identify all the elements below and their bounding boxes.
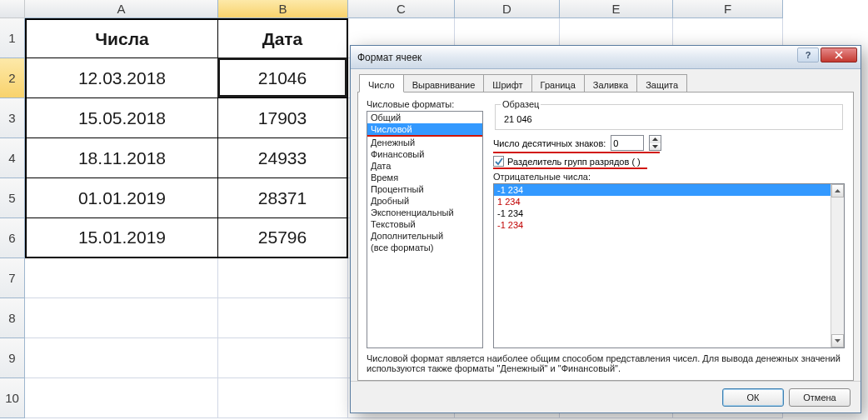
category-item[interactable]: Текстовый [367,218,482,230]
row-header-10[interactable]: 10 [0,378,25,418]
help-button[interactable]: ? [797,48,819,62]
cell-B6[interactable]: 25796 [218,218,348,258]
cell-A1[interactable]: Числа [25,18,218,58]
row-header-4[interactable]: 4 [0,138,25,178]
cell-B8[interactable] [218,298,348,338]
negative-item[interactable]: -1 234 [494,219,844,231]
format-cells-dialog: Формат ячеек ? ЧислоВыравниваниеШрифтГра… [350,45,861,413]
col-header-B[interactable]: B [218,0,348,18]
negative-numbers-label: Отрицательные числа: [493,172,845,182]
format-description: Числовой формат является наиболее общим … [367,348,845,373]
categories-list[interactable]: ОбщийЧисловойДенежныйФинансовыйДатаВремя… [367,111,483,348]
category-item[interactable]: Числовой [367,123,482,137]
cell-B7[interactable] [218,258,348,298]
tab-1[interactable]: Выравнивание [403,74,485,92]
cell-B4[interactable]: 24933 [218,138,348,178]
thousands-separator-checkbox[interactable] [493,156,504,167]
tab-2[interactable]: Шрифт [483,74,531,92]
tab-3[interactable]: Граница [531,74,585,92]
col-header-A[interactable]: A [25,0,218,18]
cancel-button[interactable]: Отмена [789,388,851,407]
negative-item[interactable]: 1 234 [494,196,844,208]
ok-button[interactable]: ОК [722,388,784,407]
category-item[interactable]: Денежный [367,137,482,148]
decimal-label: Число десятичных знаков: [493,138,606,148]
dialog-title: Формат ячеек [357,52,422,63]
cell-B9[interactable] [218,338,348,378]
negative-numbers-list[interactable]: -1 2341 234-1 234-1 234 [493,183,845,348]
spinner-down-icon[interactable] [650,143,661,151]
category-item[interactable]: Дробный [367,195,482,207]
decimal-places-input[interactable] [611,135,644,151]
scroll-down-icon[interactable] [831,334,844,348]
scrollbar[interactable] [831,184,844,348]
col-header-F[interactable]: F [673,0,783,18]
cell-A8[interactable] [25,298,218,338]
col-header-E[interactable]: E [560,0,673,18]
tab-5[interactable]: Защита [636,74,687,92]
decimal-spinner[interactable] [649,135,661,151]
negative-item[interactable]: -1 234 [494,208,844,219]
tab-4[interactable]: Заливка [584,74,637,92]
cell-B10[interactable] [218,378,348,418]
row-header-6[interactable]: 6 [0,218,25,258]
select-all-corner[interactable] [0,0,25,18]
cell-B1[interactable]: Дата [218,18,348,58]
cell-A2[interactable]: 12.03.2018 [25,58,218,98]
negative-item[interactable]: -1 234 [494,184,844,196]
col-header-D[interactable]: D [455,0,560,18]
tab-0[interactable]: Число [359,74,404,92]
spinner-up-icon[interactable] [650,136,661,143]
cell-B5[interactable]: 28371 [218,178,348,218]
cell-A10[interactable] [25,378,218,418]
category-item[interactable]: Дата [367,160,482,172]
row-header-3[interactable]: 3 [0,98,25,138]
category-item[interactable]: Время [367,172,482,183]
row-header-2[interactable]: 2 [0,58,25,98]
dialog-titlebar[interactable]: Формат ячеек ? [351,46,861,69]
category-item[interactable]: (все форматы) [367,242,482,253]
cell-A5[interactable]: 01.01.2019 [25,178,218,218]
col-header-C[interactable]: C [348,0,455,18]
close-button[interactable] [821,48,857,62]
category-item[interactable]: Процентный [367,183,482,195]
sample-value: 21 046 [501,111,837,124]
thousands-separator-label: Разделитель групп разрядов ( ) [507,157,641,167]
row-header-7[interactable]: 7 [0,258,25,298]
tab-panel-number: Числовые форматы: ОбщийЧисловойДенежныйФ… [357,92,854,381]
cell-A7[interactable] [25,258,218,298]
dialog-tabs: ЧислоВыравниваниеШрифтГраницаЗаливкаЗащи… [357,74,854,92]
category-item[interactable]: Дополнительный [367,230,482,242]
sample-label: Образец [501,99,541,109]
row-header-1[interactable]: 1 [0,18,25,58]
cell-A9[interactable] [25,338,218,378]
cell-A6[interactable]: 15.01.2019 [25,218,218,258]
cell-A4[interactable]: 18.11.2018 [25,138,218,178]
cell-B3[interactable]: 17903 [218,98,348,138]
categories-label: Числовые форматы: [367,99,483,109]
cell-A3[interactable]: 15.05.2018 [25,98,218,138]
cell-B2[interactable]: 21046 [218,58,348,98]
scroll-up-icon[interactable] [831,184,844,198]
row-header-9[interactable]: 9 [0,338,25,378]
sample-box: Образец 21 046 [495,99,843,130]
row-header-8[interactable]: 8 [0,298,25,338]
row-header-5[interactable]: 5 [0,178,25,218]
category-item[interactable]: Общий [367,112,482,123]
category-item[interactable]: Финансовый [367,148,482,160]
category-item[interactable]: Экспоненциальный [367,207,482,218]
